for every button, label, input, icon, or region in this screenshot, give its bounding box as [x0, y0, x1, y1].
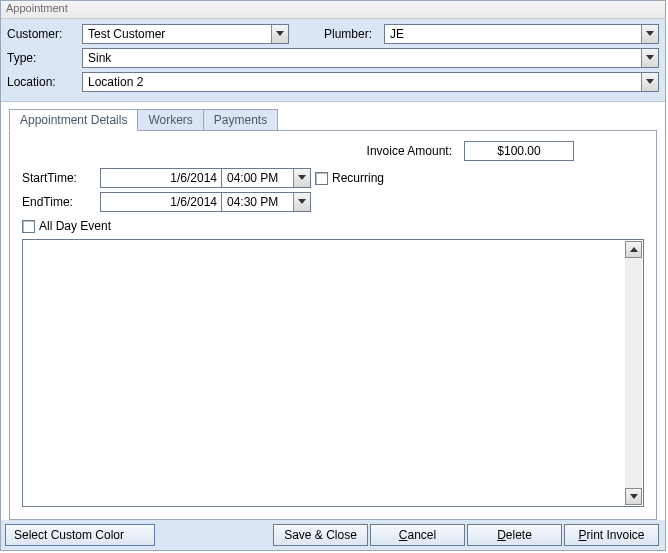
- scroll-down-icon[interactable]: [625, 488, 642, 505]
- chevron-down-icon[interactable]: [293, 193, 310, 211]
- allday-label: All Day Event: [39, 219, 111, 233]
- cancel-label: Cancel: [399, 528, 436, 542]
- tab-payments[interactable]: Payments: [204, 109, 278, 131]
- start-time-combo[interactable]: 04:00 PM: [221, 168, 311, 188]
- chevron-down-icon[interactable]: [641, 49, 658, 67]
- invoice-amount-label: Invoice Amount:: [367, 144, 452, 158]
- notes-textarea[interactable]: [22, 239, 644, 507]
- location-label: Location:: [7, 75, 82, 89]
- scrollbar[interactable]: [625, 241, 642, 505]
- delete-button[interactable]: Delete: [467, 524, 562, 546]
- select-custom-color-label: Select Custom Color: [14, 528, 124, 542]
- end-time-value: 04:30 PM: [222, 193, 293, 211]
- scroll-track[interactable]: [625, 258, 642, 488]
- chevron-down-icon[interactable]: [641, 25, 658, 43]
- end-date-input[interactable]: 1/6/2014: [100, 192, 222, 212]
- delete-label: Delete: [497, 528, 532, 542]
- print-invoice-button[interactable]: Print Invoice: [564, 524, 659, 546]
- type-value: Sink: [83, 49, 641, 67]
- save-close-label: Save & Close: [284, 528, 357, 542]
- start-time-value: 04:00 PM: [222, 169, 293, 187]
- chevron-down-icon[interactable]: [271, 25, 288, 43]
- plumber-value: JE: [385, 25, 641, 43]
- cancel-button[interactable]: Cancel: [370, 524, 465, 546]
- recurring-label: Recurring: [332, 171, 384, 185]
- customer-value: Test Customer: [83, 25, 271, 43]
- window-title: Appointment: [1, 1, 665, 19]
- allday-checkbox[interactable]: All Day Event: [22, 219, 644, 233]
- plumber-combo[interactable]: JE: [384, 24, 659, 44]
- type-combo[interactable]: Sink: [82, 48, 659, 68]
- endtime-label: EndTime:: [22, 195, 100, 209]
- appointment-window: Appointment Customer: Test Customer Plum…: [0, 0, 666, 551]
- footer-bar: Select Custom Color Save & Close Cancel …: [1, 520, 665, 550]
- select-custom-color-button[interactable]: Select Custom Color: [5, 524, 155, 546]
- checkbox-icon: [315, 172, 328, 185]
- tab-body: Invoice Amount: $100.00 StartTime: 1/6/2…: [9, 130, 657, 520]
- plumber-label: Plumber:: [289, 27, 384, 41]
- tabstrip: Appointment Details Workers Payments: [9, 108, 657, 130]
- customer-label: Customer:: [7, 27, 82, 41]
- print-invoice-label: Print Invoice: [578, 528, 644, 542]
- customer-combo[interactable]: Test Customer: [82, 24, 289, 44]
- type-label: Type:: [7, 51, 82, 65]
- recurring-checkbox[interactable]: Recurring: [315, 171, 384, 185]
- chevron-down-icon[interactable]: [293, 169, 310, 187]
- scroll-up-icon[interactable]: [625, 241, 642, 258]
- tabs-area: Appointment Details Workers Payments Inv…: [1, 102, 665, 520]
- header-panel: Customer: Test Customer Plumber: JE Type…: [1, 19, 665, 102]
- tab-appointment-details[interactable]: Appointment Details: [9, 109, 138, 131]
- location-combo[interactable]: Location 2: [82, 72, 659, 92]
- location-value: Location 2: [83, 73, 641, 91]
- invoice-amount-input[interactable]: $100.00: [464, 141, 574, 161]
- end-time-combo[interactable]: 04:30 PM: [221, 192, 311, 212]
- start-date-input[interactable]: 1/6/2014: [100, 168, 222, 188]
- tab-workers[interactable]: Workers: [138, 109, 203, 131]
- starttime-label: StartTime:: [22, 171, 100, 185]
- chevron-down-icon[interactable]: [641, 73, 658, 91]
- save-close-button[interactable]: Save & Close: [273, 524, 368, 546]
- checkbox-icon: [22, 220, 35, 233]
